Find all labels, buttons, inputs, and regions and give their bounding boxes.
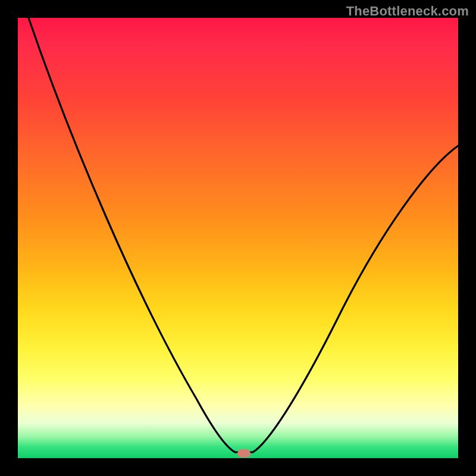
plot-area [18,18,458,458]
optimal-point-marker [237,449,250,458]
bottleneck-curve [18,18,458,458]
chart-frame: TheBottleneck.com [0,0,476,476]
watermark-text: TheBottleneck.com [346,4,469,19]
